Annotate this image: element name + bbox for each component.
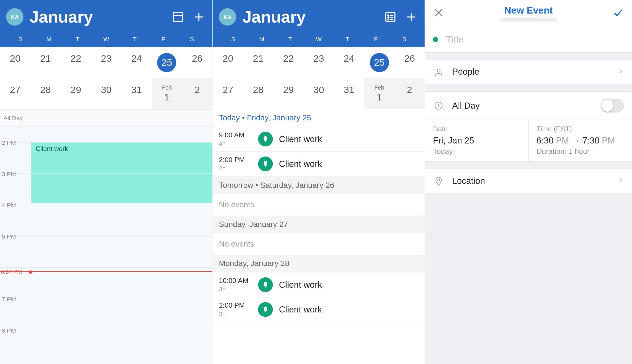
event-category-icon [258, 156, 273, 171]
agenda-item[interactable]: 2:00 PM2hClient work [213, 152, 425, 176]
plus-icon [193, 11, 205, 23]
location-label: Location [452, 176, 609, 186]
agenda-section-header: Tomorrow • Saturday, January 26 [213, 176, 425, 194]
new-event-panel: New Event xxxxxxxxxxxxxxxxxxxx People Al… [425, 0, 632, 364]
date-cell[interactable]: 2 [394, 78, 425, 109]
allday-label: All Day [452, 101, 593, 111]
datetime-section: All Day Date Fri, Jan 25 Today Time (EST… [425, 91, 632, 162]
date-cell[interactable]: 23 [91, 47, 121, 78]
location-section: Location [425, 169, 632, 193]
date-cell[interactable]: 20 [0, 47, 30, 78]
date-cell[interactable]: 31 [334, 78, 364, 109]
dow-label: M [247, 32, 276, 47]
day-of-week-row: SMTWTFS [6, 32, 206, 47]
agenda-list[interactable]: Today • Friday, January 259:00 AM4hClien… [213, 109, 425, 364]
dow-label: T [276, 32, 304, 47]
calendar-header: KA January SMTWTFS [0, 0, 212, 47]
people-row[interactable]: People [425, 60, 632, 84]
agenda-item[interactable]: 9:00 AM4hClient work [213, 127, 425, 152]
date-cell[interactable]: 29 [273, 78, 304, 109]
agenda-item-title: Client work [279, 159, 322, 169]
day-view-toggle-button[interactable] [171, 10, 185, 24]
date-cell[interactable]: 28 [30, 78, 61, 109]
confirm-button[interactable] [613, 7, 624, 20]
svg-point-25 [437, 69, 440, 72]
calendar-day-view-panel: KA January SMTWTFS 20212223242526 272829… [0, 0, 212, 364]
hour-label: 2 PM [2, 139, 16, 146]
month-title[interactable]: January [30, 8, 164, 26]
date-cell[interactable]: 30 [91, 78, 121, 109]
allday-toggle[interactable] [601, 99, 624, 112]
avatar[interactable]: KA [219, 8, 236, 26]
date-cell[interactable]: 20 [213, 47, 243, 78]
date-cell[interactable]: 30 [303, 78, 334, 109]
day-of-week-row: SMTWTFS [219, 32, 419, 47]
svg-point-14 [388, 19, 389, 20]
date-cell[interactable]: Feb1 [152, 78, 182, 109]
date-cell[interactable]: 27 [213, 78, 243, 109]
add-event-button[interactable] [192, 10, 206, 24]
calendar-header: KA January SMTWTFS [213, 0, 425, 47]
dow-label: T [333, 32, 361, 47]
clock-icon [434, 101, 443, 111]
date-cell[interactable]: 22 [61, 47, 91, 78]
date-picker-grid: 20212223242526 2728293031Feb12 [213, 47, 425, 109]
date-cell[interactable]: 26 [394, 47, 425, 78]
hour-label: 5 PM [2, 233, 16, 240]
date-cell[interactable]: 28 [243, 78, 273, 109]
location-icon [434, 176, 443, 186]
no-events-label: No events [213, 194, 425, 215]
new-event-header: New Event xxxxxxxxxxxxxxxxxxxx [425, 0, 632, 27]
checkmark-icon [613, 7, 624, 18]
date-cell[interactable]: 26 [182, 47, 212, 78]
date-cell-selected[interactable]: 25 [152, 47, 182, 78]
all-day-label: All Day [3, 114, 23, 121]
svg-point-12 [388, 17, 389, 18]
chevron-right-icon [617, 177, 624, 184]
current-time-indicator: 6:07 PM [0, 271, 212, 272]
calendar-color-dot[interactable] [433, 37, 438, 42]
date-cell[interactable]: 2 [182, 78, 212, 109]
date-cell[interactable]: 21 [30, 47, 61, 78]
list-icon [384, 11, 397, 23]
date-cell[interactable]: 27 [0, 78, 30, 109]
date-cell-selected[interactable]: 25 [364, 47, 394, 78]
date-cell[interactable]: Feb1 [364, 78, 394, 109]
dow-label: W [305, 32, 333, 47]
agenda-view-toggle-button[interactable] [383, 10, 398, 24]
add-event-button[interactable] [404, 10, 419, 24]
date-cell[interactable]: 29 [61, 78, 91, 109]
avatar[interactable]: KA [6, 8, 23, 26]
dow-label: T [63, 32, 92, 47]
hour-label: 3 PM [2, 170, 16, 177]
svg-point-10 [388, 15, 389, 16]
all-day-row[interactable]: All Day [0, 109, 212, 126]
time-picker[interactable]: Time (EST) 6:30 PM → 7:30 PM Duration: 1… [529, 120, 632, 161]
event-title-input[interactable] [446, 34, 624, 45]
day-view-icon [172, 11, 184, 23]
date-cell[interactable]: 24 [334, 47, 364, 78]
agenda-item[interactable]: 10:00 AM3hClient work [213, 273, 425, 297]
agenda-section-header: Sunday, January 27 [213, 215, 425, 233]
day-schedule-scroll[interactable]: Client work 2 PM3 PM4 PM5 PM7 PM8 PM6:07… [0, 126, 212, 364]
person-icon [434, 67, 443, 77]
svg-point-27 [438, 179, 439, 181]
close-button[interactable] [433, 7, 444, 20]
month-title[interactable]: January [242, 8, 377, 26]
event-category-icon [258, 132, 273, 147]
hour-label: 4 PM [2, 202, 16, 209]
date-cell[interactable]: 21 [243, 47, 273, 78]
hour-label: 7 PM [2, 295, 16, 302]
date-picker[interactable]: Date Fri, Jan 25 Today [425, 120, 529, 161]
date-cell[interactable]: 31 [121, 78, 152, 109]
date-cell[interactable]: 24 [121, 47, 152, 78]
date-cell[interactable]: 22 [273, 47, 304, 78]
new-event-title: New Event [500, 5, 557, 16]
dow-label: F [149, 32, 178, 47]
people-label: People [452, 67, 609, 77]
date-cell[interactable]: 23 [303, 47, 334, 78]
event-category-icon [258, 302, 273, 317]
dow-label: T [120, 32, 149, 47]
agenda-item[interactable]: 2:00 PM3hClient work [213, 297, 425, 322]
location-row[interactable]: Location [425, 169, 632, 193]
